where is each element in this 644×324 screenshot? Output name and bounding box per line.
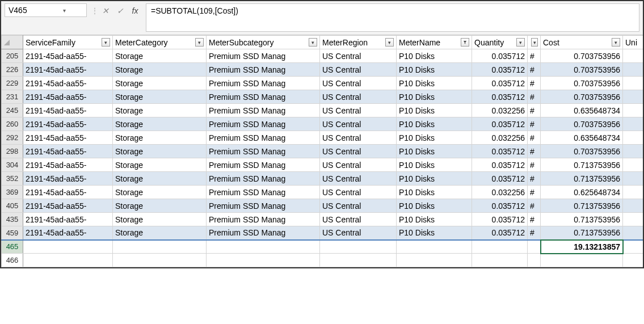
cell-uni[interactable]	[623, 186, 643, 199]
cell-metername[interactable]: P10 Disks	[397, 90, 472, 104]
cell-servicefamily[interactable]: 2191-45ad-aa55-	[23, 63, 113, 77]
filter-button-active[interactable]	[461, 38, 469, 47]
name-box-dropdown-icon[interactable]: ▾	[46, 7, 83, 14]
row-number[interactable]: 369	[2, 186, 23, 199]
row-number[interactable]: 229	[2, 77, 23, 90]
cell-meterregion[interactable]: US Central	[320, 117, 397, 131]
cell-metercategory[interactable]: Storage	[113, 186, 207, 199]
cell-metersubcategory[interactable]: Premium SSD Manag	[207, 145, 320, 158]
row-number[interactable]: 231	[2, 90, 23, 104]
cell-servicefamily[interactable]: 2191-45ad-aa55-	[23, 104, 113, 117]
cell-cost[interactable]: 0.625648734	[541, 186, 623, 199]
cell-hash[interactable]: #	[528, 117, 541, 131]
column-header-metername[interactable]: MeterName	[397, 36, 472, 49]
cell-metersubcategory[interactable]: Premium SSD Manag	[207, 226, 320, 240]
column-header-cost[interactable]: Cost	[541, 36, 623, 49]
cell-uni[interactable]	[623, 226, 643, 240]
cell-uni[interactable]	[623, 158, 643, 172]
empty-cell[interactable]	[207, 254, 320, 267]
cell-metersubcategory[interactable]: Premium SSD Manag	[207, 90, 320, 104]
cell-metersubcategory[interactable]: Premium SSD Manag	[207, 117, 320, 131]
cell-meterregion[interactable]: US Central	[320, 131, 397, 145]
cell-meterregion[interactable]: US Central	[320, 213, 397, 226]
cell-cost[interactable]: 0.635648734	[541, 104, 623, 117]
cell-hash[interactable]: #	[528, 145, 541, 158]
total-cell-empty[interactable]	[528, 240, 541, 254]
cell-cost[interactable]: 0.703753956	[541, 63, 623, 77]
total-cell-empty[interactable]	[320, 240, 397, 254]
row-number[interactable]: 466	[2, 254, 23, 267]
cell-metersubcategory[interactable]: Premium SSD Manag	[207, 63, 320, 77]
empty-cell[interactable]	[23, 254, 113, 267]
cell-cost[interactable]: 0.703753956	[541, 117, 623, 131]
cell-hash[interactable]: #	[528, 158, 541, 172]
fx-icon[interactable]: fx	[130, 6, 140, 16]
cell-meterregion[interactable]: US Central	[320, 63, 397, 77]
cell-uni[interactable]	[623, 104, 643, 117]
filter-button[interactable]	[612, 38, 620, 47]
cell-cost[interactable]: 0.713753956	[541, 199, 623, 213]
cell-metername[interactable]: P10 Disks	[397, 172, 472, 186]
select-all-corner[interactable]	[2, 36, 23, 49]
row-number[interactable]: 298	[2, 145, 23, 158]
cell-hash[interactable]: #	[528, 104, 541, 117]
column-header-metercategory[interactable]: MeterCategory	[113, 36, 207, 49]
empty-cell[interactable]	[113, 254, 207, 267]
cell-metercategory[interactable]: Storage	[113, 90, 207, 104]
cell-metername[interactable]: P10 Disks	[397, 213, 472, 226]
cell-servicefamily[interactable]: 2191-45ad-aa55-	[23, 145, 113, 158]
cell-metercategory[interactable]: Storage	[113, 158, 207, 172]
cell-hash[interactable]: #	[528, 199, 541, 213]
cell-meterregion[interactable]: US Central	[320, 199, 397, 213]
cell-quantity[interactable]: 0.035712	[472, 145, 528, 158]
cell-uni[interactable]	[623, 49, 643, 63]
cell-metersubcategory[interactable]: Premium SSD Manag	[207, 199, 320, 213]
cell-servicefamily[interactable]: 2191-45ad-aa55-	[23, 172, 113, 186]
cell-cost[interactable]: 0.703753956	[541, 77, 623, 90]
cell-servicefamily[interactable]: 2191-45ad-aa55-	[23, 186, 113, 199]
cell-meterregion[interactable]: US Central	[320, 90, 397, 104]
cell-cost[interactable]: 0.713753956	[541, 158, 623, 172]
column-header-quantity[interactable]: Quantity	[472, 36, 528, 49]
cell-quantity[interactable]: 0.032256	[472, 104, 528, 117]
empty-cell[interactable]	[541, 254, 623, 267]
cell-servicefamily[interactable]: 2191-45ad-aa55-	[23, 117, 113, 131]
cell-meterregion[interactable]: US Central	[320, 49, 397, 63]
cell-hash[interactable]: #	[528, 172, 541, 186]
cell-quantity[interactable]: 0.035712	[472, 213, 528, 226]
total-cell-empty[interactable]	[397, 240, 472, 254]
cell-quantity[interactable]: 0.035712	[472, 77, 528, 90]
cell-servicefamily[interactable]: 2191-45ad-aa55-	[23, 226, 113, 240]
cell-quantity[interactable]: 0.035712	[472, 158, 528, 172]
cell-servicefamily[interactable]: 2191-45ad-aa55-	[23, 77, 113, 90]
cell-metername[interactable]: P10 Disks	[397, 199, 472, 213]
cell-metercategory[interactable]: Storage	[113, 213, 207, 226]
cell-servicefamily[interactable]: 2191-45ad-aa55-	[23, 131, 113, 145]
empty-cell[interactable]	[528, 254, 541, 267]
cell-metersubcategory[interactable]: Premium SSD Manag	[207, 186, 320, 199]
cell-metername[interactable]: P10 Disks	[397, 117, 472, 131]
cell-metername[interactable]: P10 Disks	[397, 104, 472, 117]
column-header-hash[interactable]	[528, 36, 541, 49]
cell-uni[interactable]	[623, 145, 643, 158]
total-cell-empty[interactable]	[23, 240, 113, 254]
cell-uni[interactable]	[623, 213, 643, 226]
cell-metersubcategory[interactable]: Premium SSD Manag	[207, 158, 320, 172]
cell-metercategory[interactable]: Storage	[113, 117, 207, 131]
cell-quantity[interactable]: 0.032256	[472, 186, 528, 199]
cell-hash[interactable]: #	[528, 90, 541, 104]
cell-uni[interactable]	[623, 199, 643, 213]
cell-meterregion[interactable]: US Central	[320, 226, 397, 240]
cell-hash[interactable]: #	[528, 131, 541, 145]
cell-metercategory[interactable]: Storage	[113, 172, 207, 186]
cell-uni[interactable]	[623, 90, 643, 104]
total-cell-empty[interactable]	[113, 240, 207, 254]
cell-quantity[interactable]: 0.035712	[472, 226, 528, 240]
total-cost-cell[interactable]: 19.13213857 ▾	[541, 240, 623, 254]
cell-metername[interactable]: P10 Disks	[397, 186, 472, 199]
cell-hash[interactable]: #	[528, 213, 541, 226]
column-header-metersubcategory[interactable]: MeterSubcategory	[207, 36, 320, 49]
filter-button[interactable]	[385, 38, 394, 47]
cell-uni[interactable]	[623, 117, 643, 131]
cell-metername[interactable]: P10 Disks	[397, 49, 472, 63]
